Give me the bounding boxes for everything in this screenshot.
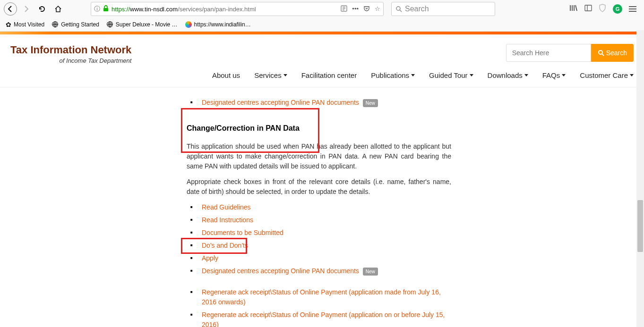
library-icon[interactable] <box>569 4 578 14</box>
link-designated-centres-top[interactable]: Designated centres accepting Online PAN … <box>202 99 359 106</box>
svg-line-6 <box>400 10 402 12</box>
shield-icon[interactable] <box>599 4 606 14</box>
pocket-icon[interactable] <box>363 5 370 13</box>
content: Designated centres accepting Online PAN … <box>187 87 451 327</box>
info-icon: ⓘ <box>94 5 100 13</box>
link-read-guidelines[interactable]: Read Guidelines <box>202 203 251 211</box>
chevron-down-icon <box>411 74 415 76</box>
link-documents-submitted[interactable]: Documents to be Submitted <box>202 229 283 236</box>
scroll-thumb[interactable] <box>637 200 643 252</box>
bookmark-indiafilin[interactable]: https://www.indiafilin… <box>185 21 251 28</box>
svg-point-13 <box>599 50 602 54</box>
link-dos-donts[interactable]: Do's and Don'ts <box>202 242 248 249</box>
bookmark-getting-started[interactable]: 🌐︎ Getting Started <box>52 21 99 28</box>
list-item: Documents to be Submitted <box>198 228 451 238</box>
search-icon <box>598 50 604 56</box>
browser-toolbar: ⓘ https://www.tin-nsdl.com/services/pan/… <box>0 0 644 18</box>
paragraph: Appropriate check boxes in front of the … <box>187 177 451 197</box>
nav-customer-care[interactable]: Customer Care <box>580 71 634 79</box>
list-item: Read Guidelines <box>198 202 451 212</box>
svg-line-10 <box>575 5 577 11</box>
bookmark-super-deluxe[interactable]: 🌐︎ Super Deluxe - Movie … <box>107 21 178 28</box>
back-button[interactable] <box>4 2 17 16</box>
nav-faqs[interactable]: FAQs <box>542 71 566 79</box>
forward-button[interactable] <box>19 2 33 16</box>
browser-search-bar[interactable]: Search <box>391 2 495 16</box>
list-item: Apply <box>198 253 451 263</box>
list-item: Designated centres accepting Online PAN … <box>198 266 451 276</box>
gear-icon: ✿ <box>6 21 11 28</box>
lock-icon <box>103 5 109 13</box>
svg-point-5 <box>396 7 400 10</box>
site-subtitle: of Income Tax Department <box>10 57 131 64</box>
home-button[interactable] <box>51 2 65 16</box>
chevron-down-icon <box>470 74 473 76</box>
main-nav: About us Services Facilitation center Pu… <box>212 71 634 87</box>
browser-chrome: ⓘ https://www.tin-nsdl.com/services/pan/… <box>0 0 644 32</box>
sidebar-icon[interactable] <box>584 5 592 13</box>
menu-button[interactable] <box>629 6 636 12</box>
link-regenerate-1[interactable]: Regenerate ack receipt\Status of Online … <box>202 288 441 306</box>
site-search-input[interactable] <box>506 44 591 62</box>
bookmark-label: Most Visited <box>14 21 44 28</box>
svg-line-14 <box>602 54 604 56</box>
section-heading: Change/Correction in PAN Data <box>187 123 451 134</box>
chevron-down-icon <box>524 74 528 76</box>
bookmark-star-icon[interactable]: ☆ <box>375 5 380 13</box>
globe-icon: 🌐︎ <box>52 21 59 28</box>
bookmarks-bar: ✿ Most Visited 🌐︎ Getting Started 🌐︎ Sup… <box>0 18 644 31</box>
nav-facilitation-center[interactable]: Facilitation center <box>301 71 357 79</box>
search-placeholder: Search <box>405 5 429 13</box>
svg-rect-11 <box>585 5 592 11</box>
site-title-block: Tax Information Network of Income Tax De… <box>10 44 131 87</box>
nav-downloads[interactable]: Downloads <box>488 71 528 79</box>
swirl-icon <box>185 21 192 28</box>
chevron-down-icon <box>283 74 287 76</box>
content-area: Designated centres accepting Online PAN … <box>0 87 644 327</box>
reload-button[interactable] <box>35 2 49 16</box>
site-title: Tax Information Network <box>10 44 131 56</box>
bookmark-most-visited[interactable]: ✿ Most Visited <box>6 21 44 28</box>
list-item: Read Instructions <box>198 215 451 225</box>
url-bar[interactable]: ⓘ https://www.tin-nsdl.com/services/pan/… <box>91 2 384 16</box>
link-designated-centres[interactable]: Designated centres accepting Online PAN … <box>202 267 359 275</box>
list-item: Designated centres accepting Online PAN … <box>198 98 451 108</box>
search-icon <box>395 6 402 12</box>
page-actions-icon[interactable]: ••• <box>352 5 359 13</box>
site-header: Tax Information Network of Income Tax De… <box>0 34 644 87</box>
url-text: https://www.tin-nsdl.com/services/pan/pa… <box>112 6 338 13</box>
nav-publications[interactable]: Publications <box>371 71 415 79</box>
list-item: Regenerate ack receipt\Status of Online … <box>198 287 451 307</box>
toolbar-icons-right: G <box>569 4 640 14</box>
link-apply[interactable]: Apply <box>202 254 218 262</box>
site-search: Search <box>506 44 634 62</box>
globe-icon: 🌐︎ <box>107 21 113 28</box>
link-read-instructions[interactable]: Read Instructions <box>202 216 253 224</box>
scrollbar[interactable] <box>636 30 644 327</box>
chevron-down-icon <box>562 74 566 76</box>
search-button-label: Search <box>606 49 627 57</box>
link-regenerate-2[interactable]: Regenerate ack receipt\Status of Online … <box>202 311 445 327</box>
site-search-button[interactable]: Search <box>591 44 634 62</box>
header-right: Search About us Services Facilitation ce… <box>131 44 634 87</box>
list-item: Regenerate ack receipt\Status of Online … <box>198 310 451 327</box>
list-item: Do's and Don'ts <box>198 241 451 251</box>
new-badge: New <box>363 99 378 107</box>
extension-badge[interactable]: G <box>613 4 622 14</box>
nav-services[interactable]: Services <box>254 71 287 79</box>
new-badge: New <box>363 268 378 276</box>
reader-mode-icon[interactable] <box>341 5 347 13</box>
chevron-down-icon <box>630 74 634 76</box>
bookmark-label: https://www.indiafilin… <box>194 21 251 28</box>
svg-rect-0 <box>103 8 108 11</box>
bookmark-label: Super Deluxe - Movie … <box>116 21 178 28</box>
paragraph: This application should be used when PAN… <box>187 142 451 171</box>
nav-about-us[interactable]: About us <box>212 71 240 79</box>
nav-guided-tour[interactable]: Guided Tour <box>429 71 473 79</box>
bookmark-label: Getting Started <box>61 21 99 28</box>
